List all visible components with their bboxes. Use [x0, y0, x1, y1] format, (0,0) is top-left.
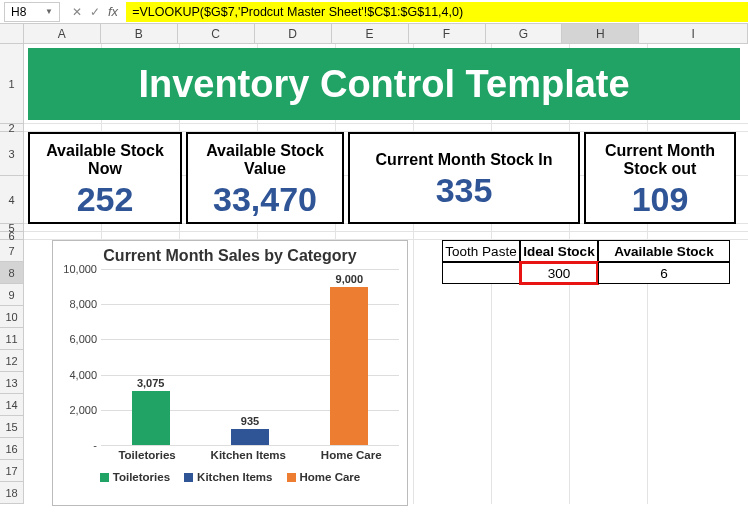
- chart-plot-area: -2,0004,0006,0008,00010,000 3,0759359,00…: [101, 269, 399, 445]
- kpi-label: Available Stock Value: [188, 138, 342, 181]
- select-all-corner[interactable]: [0, 24, 24, 43]
- chart-bar-group: 3,075: [102, 377, 200, 445]
- row-header-6[interactable]: 6: [0, 232, 23, 240]
- rtable-available-value[interactable]: 6: [598, 262, 730, 284]
- cells-area[interactable]: Inventory Control Template Available Sto…: [24, 44, 748, 504]
- chart-legend-label: Home Care: [300, 471, 361, 483]
- chart-bar: [132, 391, 170, 445]
- col-header-D[interactable]: D: [255, 24, 332, 43]
- kpi-row: Available Stock Now 252 Available Stock …: [28, 132, 740, 224]
- chart-legend-item: Toiletories: [100, 471, 170, 483]
- kpi-available-stock-now: Available Stock Now 252: [28, 132, 182, 224]
- row-header-2[interactable]: 2: [0, 124, 23, 132]
- name-box[interactable]: H8 ▼: [4, 2, 60, 22]
- row-header-8[interactable]: 8: [0, 262, 23, 284]
- row-header-1[interactable]: 1: [0, 44, 23, 124]
- ideal-stock-table: Tooth Paste Ideal Stock Available Stock …: [442, 240, 736, 284]
- chart-title: Current Month Sales by Category: [53, 241, 407, 269]
- rtable-empty-cell[interactable]: [442, 262, 520, 284]
- row-header-15[interactable]: 15: [0, 416, 23, 438]
- kpi-available-stock-value: Available Stock Value 33,470: [186, 132, 344, 224]
- col-header-G[interactable]: G: [486, 24, 563, 43]
- formula-bar-icons: ✕ ✓ fx: [64, 4, 126, 19]
- chart-legend: ToiletoriesKitchen ItemsHome Care: [53, 471, 407, 483]
- kpi-label: Current Month Stock In: [370, 147, 559, 171]
- spreadsheet-grid: A B C D E F G H I 1 2 3 4 5 6 7 8 9 10 1…: [0, 24, 748, 504]
- chart-ytick: -: [93, 439, 97, 451]
- formula-bar: H8 ▼ ✕ ✓ fx: [0, 0, 748, 24]
- rtable-product[interactable]: Tooth Paste: [442, 240, 520, 262]
- chart-legend-label: Kitchen Items: [197, 471, 272, 483]
- chart-legend-label: Toiletories: [113, 471, 170, 483]
- accept-icon[interactable]: ✓: [90, 5, 100, 19]
- row-header-14[interactable]: 14: [0, 394, 23, 416]
- chart-legend-item: Kitchen Items: [184, 471, 272, 483]
- chart-legend-item: Home Care: [287, 471, 361, 483]
- row-header-16[interactable]: 16: [0, 438, 23, 460]
- kpi-label: Available Stock Now: [30, 138, 180, 181]
- kpi-value: 335: [436, 172, 493, 209]
- kpi-current-month-stock-in: Current Month Stock In 335: [348, 132, 580, 224]
- chart-bar: [231, 429, 269, 445]
- name-box-value: H8: [11, 5, 26, 19]
- chart-bar-value-label: 935: [241, 415, 259, 427]
- chart-xaxis: ToiletoriesKitchen ItemsHome Care: [101, 449, 399, 461]
- row-header-7[interactable]: 7: [0, 240, 23, 262]
- rtable-ideal-value[interactable]: 300: [520, 262, 598, 284]
- cancel-icon[interactable]: ✕: [72, 5, 82, 19]
- row-header-13[interactable]: 13: [0, 372, 23, 394]
- kpi-value: 33,470: [213, 181, 317, 218]
- chart-xtick: Home Care: [321, 449, 382, 461]
- row-header-9[interactable]: 9: [0, 284, 23, 306]
- fx-icon[interactable]: fx: [108, 4, 118, 19]
- chart-ytick: 6,000: [69, 333, 97, 345]
- chart-bar-group: 935: [201, 415, 299, 445]
- kpi-current-month-stock-out: Current Month Stock out 109: [584, 132, 736, 224]
- col-header-F[interactable]: F: [409, 24, 486, 43]
- chart-sales-by-category[interactable]: Current Month Sales by Category -2,0004,…: [52, 240, 408, 506]
- row-header-4[interactable]: 4: [0, 176, 23, 224]
- col-header-E[interactable]: E: [332, 24, 409, 43]
- chart-xtick: Toiletories: [118, 449, 175, 461]
- chart-bar-group: 9,000: [300, 273, 398, 445]
- chart-ytick: 4,000: [69, 369, 97, 381]
- col-header-I[interactable]: I: [639, 24, 748, 43]
- chart-ytick: 2,000: [69, 404, 97, 416]
- chart-yaxis: -2,0004,0006,0008,00010,000: [57, 269, 101, 445]
- chart-bar: [330, 287, 368, 445]
- col-header-H[interactable]: H: [562, 24, 639, 43]
- page-title: Inventory Control Template: [28, 48, 740, 120]
- chart-xtick: Kitchen Items: [211, 449, 286, 461]
- chart-ytick: 10,000: [63, 263, 97, 275]
- chart-ytick: 8,000: [69, 298, 97, 310]
- row-headers: 1 2 3 4 5 6 7 8 9 10 11 12 13 14 15 16 1…: [0, 44, 24, 504]
- chart-legend-swatch: [184, 473, 193, 482]
- row-header-10[interactable]: 10: [0, 306, 23, 328]
- chart-bar-value-label: 3,075: [137, 377, 165, 389]
- formula-input[interactable]: [126, 2, 748, 22]
- chart-bars: 3,0759359,000: [101, 269, 399, 445]
- kpi-label: Current Month Stock out: [586, 138, 734, 181]
- col-header-C[interactable]: C: [178, 24, 255, 43]
- col-header-B[interactable]: B: [101, 24, 178, 43]
- rtable-header-available[interactable]: Available Stock: [598, 240, 730, 262]
- row-header-3[interactable]: 3: [0, 132, 23, 176]
- rtable-header-ideal[interactable]: Ideal Stock: [520, 240, 598, 262]
- chevron-down-icon[interactable]: ▼: [45, 7, 53, 16]
- chart-legend-swatch: [100, 473, 109, 482]
- chart-bar-value-label: 9,000: [336, 273, 364, 285]
- kpi-value: 109: [632, 181, 689, 218]
- row-header-12[interactable]: 12: [0, 350, 23, 372]
- chart-legend-swatch: [287, 473, 296, 482]
- col-header-A[interactable]: A: [24, 24, 101, 43]
- row-header-18[interactable]: 18: [0, 482, 23, 504]
- row-header-11[interactable]: 11: [0, 328, 23, 350]
- row-header-17[interactable]: 17: [0, 460, 23, 482]
- kpi-value: 252: [77, 181, 134, 218]
- column-headers: A B C D E F G H I: [0, 24, 748, 44]
